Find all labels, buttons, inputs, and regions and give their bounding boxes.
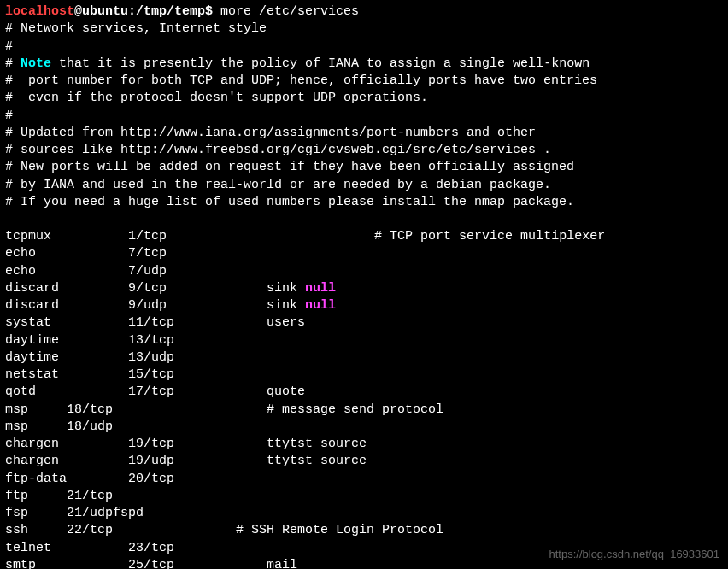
service-name: smtp — [5, 558, 128, 569]
prompt-host: ubuntu — [82, 4, 128, 19]
prompt-separator: @ — [74, 4, 82, 19]
service-name: ftp-data — [5, 472, 128, 486]
service-port: 21/udp — [67, 506, 113, 520]
file-header-line: # — [5, 108, 723, 125]
service-name: msp — [5, 419, 67, 434]
service-alias: quote — [267, 384, 305, 399]
service-alias: sink — [267, 281, 305, 296]
service-keyword: null — [305, 298, 336, 313]
file-header-line: # New ports will be added on request if … — [5, 159, 723, 176]
service-name: echo — [5, 246, 128, 261]
service-alias: ttytst source — [267, 454, 367, 468]
file-header-line: # — [5, 38, 723, 56]
service-row: daytime 13/tcp — [5, 332, 723, 349]
blank-line — [5, 211, 723, 228]
file-header-line: # Updated from http://www.iana.org/assig… — [5, 125, 723, 142]
service-port: 13/tcp — [128, 333, 267, 348]
service-port: 19/tcp — [128, 437, 267, 451]
service-row: echo 7/tcp — [5, 245, 723, 262]
service-name: daytime — [5, 333, 128, 348]
services-list: tcpmux 1/tcp # TCP port service multiple… — [5, 228, 723, 569]
service-row: daytime 13/udp — [5, 349, 723, 367]
service-row: echo 7/udp — [5, 263, 723, 280]
service-port: 7/tcp — [128, 246, 267, 261]
service-row: chargen 19/tcp ttytst source — [5, 436, 723, 453]
service-name: ftp — [5, 489, 67, 503]
note-word: Note — [21, 56, 51, 71]
service-port: 11/tcp — [128, 315, 267, 330]
service-name: ssh — [5, 523, 67, 537]
file-header-line: # If you need a huge list of used number… — [5, 194, 723, 211]
service-comment: # message send protocol — [267, 402, 443, 417]
service-name: netstat — [5, 367, 128, 382]
service-name: chargen — [5, 437, 128, 451]
prompt-symbol: $ — [205, 4, 220, 19]
service-row: tcpmux 1/tcp # TCP port service multiple… — [5, 228, 723, 245]
service-port: 18/udp — [67, 419, 205, 434]
service-alias: ttytst source — [267, 437, 367, 451]
service-name: fsp — [5, 506, 67, 520]
service-port: 23/tcp — [128, 541, 267, 555]
service-alias: mail — [267, 558, 297, 569]
service-port: 7/udp — [128, 264, 267, 279]
service-port: 22/tcp — [67, 523, 205, 537]
service-name: chargen — [5, 454, 128, 468]
file-header-line: # Network services, Internet style — [5, 21, 723, 38]
file-header-line: # by IANA and used in the real-world or … — [5, 177, 723, 194]
service-port: 17/tcp — [128, 384, 267, 399]
service-port: 9/udp — [128, 298, 267, 313]
service-alias: fspd — [113, 506, 144, 520]
command-text: more /etc/services — [220, 4, 359, 19]
service-alias: users — [267, 315, 305, 330]
service-row: msp 18/tcp # message send protocol — [5, 402, 723, 419]
note-suffix: that it is presently the policy of IANA … — [51, 56, 590, 71]
service-row: qotd 17/tcp quote — [5, 384, 723, 401]
note-prefix: # — [5, 56, 21, 71]
service-port: 13/udp — [128, 350, 267, 365]
service-alias: sink — [267, 298, 305, 313]
service-row: fsp 21/udpfspd — [5, 505, 723, 522]
service-keyword: null — [305, 281, 336, 296]
service-port: 15/tcp — [128, 367, 267, 382]
service-name: echo — [5, 264, 128, 279]
service-name: discard — [5, 281, 128, 296]
service-name: qotd — [5, 384, 128, 399]
prompt-path: :/tmp/temp — [128, 4, 205, 19]
service-row: discard 9/tcp sink null — [5, 280, 723, 297]
service-port: 18/tcp — [67, 402, 205, 417]
service-port: 21/tcp — [67, 489, 205, 503]
service-comment: # TCP port service multiplexer — [374, 229, 605, 243]
service-comment: # SSH Remote Login Protocol — [236, 523, 443, 537]
file-note-line: # Note that it is presently the policy o… — [5, 56, 723, 73]
prompt-line[interactable]: localhost@ubuntu:/tmp/temp$ more /etc/se… — [5, 3, 723, 21]
service-row: netstat 15/tcp — [5, 367, 723, 384]
service-port: 19/udp — [128, 454, 267, 468]
service-name: telnet — [5, 541, 128, 555]
service-name: discard — [5, 298, 128, 313]
service-name: msp — [5, 402, 67, 417]
prompt-user: localhost — [5, 4, 74, 19]
service-port: 1/tcp — [128, 229, 267, 243]
file-header-line: # sources like http://www.freebsd.org/cg… — [5, 142, 723, 159]
service-row: systat 11/tcp users — [5, 314, 723, 331]
service-row: ftp 21/tcp — [5, 488, 723, 505]
service-port: 20/tcp — [128, 472, 267, 486]
service-port: 9/tcp — [128, 281, 267, 296]
watermark-text: https://blog.csdn.net/qq_16933601 — [549, 547, 720, 562]
service-row: chargen 19/udp ttytst source — [5, 453, 723, 470]
service-row: discard 9/udp sink null — [5, 297, 723, 314]
service-row: ftp-data 20/tcp — [5, 471, 723, 488]
service-row: msp 18/udp — [5, 419, 723, 436]
service-port: 25/tcp — [128, 558, 267, 569]
service-name: systat — [5, 315, 128, 330]
file-header-line: # even if the protocol doesn't support U… — [5, 90, 723, 107]
service-name: daytime — [5, 350, 128, 365]
service-name: tcpmux — [5, 229, 128, 243]
file-header-line: # port number for both TCP and UDP; henc… — [5, 73, 723, 90]
service-row: ssh 22/tcp # SSH Remote Login Protocol — [5, 522, 723, 539]
